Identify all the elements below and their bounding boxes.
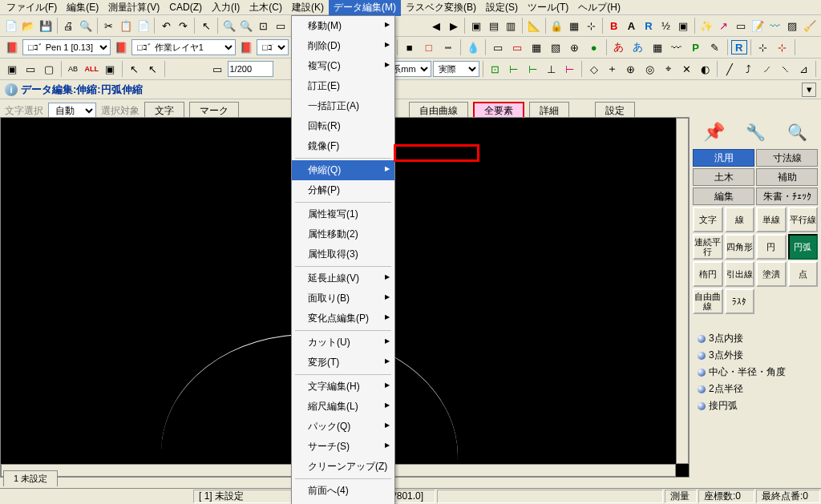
text-format-icon[interactable]: ½	[658, 17, 674, 34]
menu-data-edit[interactable]: データ編集(M)	[329, 0, 401, 16]
draw4-icon[interactable]: ⟍	[777, 60, 794, 78]
tool-text[interactable]: 文字	[693, 207, 723, 232]
menu-rasvec[interactable]: ラスベク変換(B)	[401, 0, 481, 16]
dd-explode[interactable]: 分解(P)	[292, 180, 394, 200]
box-mode-icon[interactable]: ▣	[102, 60, 119, 78]
small-select[interactable]: □ｺﾞ	[257, 39, 289, 55]
window3-icon[interactable]: ▥	[503, 17, 519, 34]
new-file-icon[interactable]: 📄	[3, 17, 19, 34]
text-b-icon[interactable]: B	[606, 17, 622, 34]
open-icon[interactable]: 📂	[21, 17, 37, 34]
context-menu-icon[interactable]: ▾	[802, 83, 816, 97]
rp-tab-general[interactable]: 汎用	[693, 149, 754, 167]
arc-opt-center-radius[interactable]: 中心・半径・角度	[698, 364, 813, 381]
arc-opt-3pt-circumscribe[interactable]: 3点外接	[698, 347, 813, 364]
dropper-icon[interactable]: 💧	[464, 38, 482, 56]
tool-clear-icon[interactable]: 🧹	[802, 17, 818, 34]
dd-vertex[interactable]: 変化点編集(P)	[292, 308, 394, 329]
snap-tan-icon[interactable]: ⊢	[561, 60, 578, 78]
lock-icon[interactable]: 🔒	[548, 17, 564, 34]
layer-icon[interactable]: ▣	[675, 17, 691, 34]
mode1-icon[interactable]: ▣	[3, 60, 20, 78]
dd-extend[interactable]: 延長止線(V)	[292, 268, 394, 288]
dd-pack[interactable]: パック(Q)	[292, 417, 394, 437]
cursor1-icon[interactable]: ↖	[126, 60, 143, 78]
prop3-icon[interactable]: ▦	[528, 38, 545, 56]
menu-input[interactable]: 入力(I)	[207, 0, 245, 16]
tool-path-icon[interactable]: 〰	[767, 17, 783, 34]
measure-icon[interactable]: 📐	[526, 17, 542, 34]
grid2-icon[interactable]: ▦	[649, 38, 666, 56]
ab-icon[interactable]: AB	[65, 60, 82, 78]
dd-cut[interactable]: カット(U)	[292, 333, 394, 353]
color2-icon[interactable]: □	[420, 38, 438, 56]
tool-box-icon[interactable]: ▭	[733, 17, 749, 34]
preview-icon[interactable]: 🔍	[78, 17, 94, 34]
zoom-fit-icon[interactable]: ⊡	[256, 17, 272, 34]
prop5-icon[interactable]: ⊕	[566, 38, 584, 56]
tool-raster[interactable]: ﾗｽﾀ	[725, 288, 755, 314]
magnify-icon[interactable]: 🔍	[787, 123, 807, 142]
save-icon[interactable]: 💾	[38, 17, 54, 34]
tool-parallel[interactable]: 平行線	[788, 207, 819, 232]
osnap2-icon[interactable]: ＋	[604, 60, 621, 78]
layer-book3-icon[interactable]: 📕	[237, 38, 255, 56]
prop2-icon[interactable]: ▭	[508, 38, 526, 56]
zoom-in-icon[interactable]: 🔍	[221, 17, 237, 34]
dd-text-edit[interactable]: 文字編集(H)	[292, 377, 394, 397]
cut-icon[interactable]: ✂	[101, 17, 117, 34]
pointer-icon[interactable]: ↖	[198, 17, 214, 34]
tool-note-icon[interactable]: 📝	[750, 17, 766, 34]
snap1-icon[interactable]: ⊹	[754, 38, 772, 56]
osnap7-icon[interactable]: ◐	[697, 60, 714, 78]
draw1-icon[interactable]: ╱	[721, 60, 738, 78]
osnap4-icon[interactable]: ◎	[641, 60, 658, 78]
dd-attr-move[interactable]: 属性移動(2)	[292, 224, 394, 244]
pen-select[interactable]: □ｺﾞ Pen 1 [0.13]	[22, 39, 111, 55]
menu-cad[interactable]: CAD(Z)	[164, 0, 207, 14]
menu-edit[interactable]: 編集(E)	[62, 0, 103, 16]
draw5-icon[interactable]: ⊿	[795, 60, 812, 78]
layer-book2-icon[interactable]: 📕	[112, 38, 130, 56]
tool-arc[interactable]: 円弧	[788, 234, 819, 260]
dd-revise[interactable]: 訂正(E)	[292, 76, 394, 96]
layer-select[interactable]: □ｺﾞ 作業レイヤ1	[131, 39, 236, 55]
snap-end-icon[interactable]: ⊡	[487, 60, 504, 78]
dd-rotate[interactable]: 回転(R)	[292, 116, 394, 136]
menu-help[interactable]: ヘルプ(H)	[573, 0, 625, 16]
prop6-icon[interactable]: ●	[585, 38, 603, 56]
rp-tab-civil[interactable]: 土木	[693, 168, 754, 186]
snap2-icon[interactable]: ⊹	[774, 38, 791, 56]
draw2-icon[interactable]: ⤴	[739, 60, 756, 78]
dd-scale-edit[interactable]: 縮尺編集(L)	[292, 397, 394, 417]
dd-stretch[interactable]: 伸縮(Q)	[292, 160, 394, 180]
tool-multi-parallel[interactable]: 連続平行	[693, 234, 723, 260]
tool-rect[interactable]: 四角形	[725, 234, 755, 260]
snap-mid-icon[interactable]: ⊢	[505, 60, 522, 78]
tool-spline[interactable]: 自由曲線	[693, 288, 723, 314]
prop1-icon[interactable]: ▭	[489, 38, 507, 56]
dd-mirror[interactable]: 鏡像(F)	[292, 136, 394, 156]
draw3-icon[interactable]: ⟋	[758, 60, 775, 78]
window2-icon[interactable]: ▤	[486, 17, 502, 34]
all-icon[interactable]: ALL	[83, 60, 100, 78]
mode3-icon[interactable]: ▢	[40, 60, 57, 78]
dd-attr-copy[interactable]: 属性複写(1)	[292, 204, 394, 224]
rp-tab-dim[interactable]: 寸法線	[756, 149, 818, 167]
prop4-icon[interactable]: ▧	[547, 38, 564, 56]
tool-hatch-icon[interactable]: ▨	[785, 17, 801, 34]
text-a-icon[interactable]: A	[624, 17, 640, 34]
osnap6-icon[interactable]: ✕	[678, 60, 695, 78]
wrench-icon[interactable]: 🔧	[746, 123, 766, 142]
zoom-display[interactable]: 1/200	[228, 61, 274, 77]
osnap3-icon[interactable]: ⊕	[622, 60, 639, 78]
copy-icon[interactable]: 📋	[118, 17, 134, 34]
menu-civil[interactable]: 土木(C)	[245, 0, 287, 16]
menu-survey[interactable]: 測量計算(V)	[103, 0, 164, 16]
tool-leader[interactable]: 引出線	[725, 261, 755, 287]
vertical-scrollbar[interactable]	[676, 118, 689, 464]
dd-cleanup[interactable]: クリーンアップ(Z)	[292, 457, 394, 477]
tool-point[interactable]: 点	[788, 261, 819, 287]
osnap1-icon[interactable]: ◇	[585, 60, 602, 78]
zoom-window-icon[interactable]: ▭	[273, 17, 289, 34]
